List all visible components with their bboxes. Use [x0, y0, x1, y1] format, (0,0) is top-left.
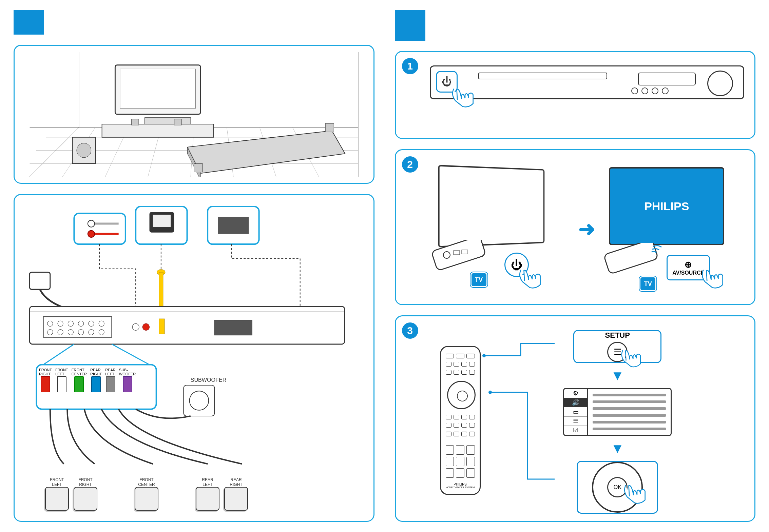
- playback-buttons: [631, 87, 669, 94]
- arrow-right-icon: ➜: [578, 217, 595, 241]
- tv-brand-label: PHILIPS: [644, 200, 689, 213]
- front-display: [638, 73, 696, 85]
- step-2-panel: 2 TV ⏻ ➜: [395, 149, 756, 305]
- svg-rect-19: [174, 119, 181, 125]
- tv-on-group: PHILIPS TV ⊕ AV/SOURCE: [602, 164, 744, 294]
- arrow-down-icon: ▼: [611, 441, 624, 456]
- disc-tray: [478, 73, 607, 79]
- svg-point-21: [77, 143, 91, 158]
- speaker-rear-left: REAR LEFT: [196, 477, 219, 511]
- left-column: SUBWOOFER FRONT RIGHT FRONT LEFT FRONT C…: [14, 10, 374, 522]
- remote-nav-wheel: [447, 381, 476, 409]
- speaker-front-left: FRONT LEFT: [45, 477, 69, 511]
- step-number-1: 1: [402, 58, 418, 74]
- svg-text:SUBWOOFER: SUBWOOFER: [191, 377, 227, 383]
- terminal-front-center: FRONT CENTER: [72, 368, 87, 392]
- step-3-panel: 3 PHILIPS HOME THEATER SYST: [395, 315, 756, 522]
- room-placement-panel: [14, 45, 374, 184]
- room-scene-illustration: [21, 52, 367, 177]
- svg-rect-41: [43, 317, 112, 338]
- connections-panel: SUBWOOFER FRONT RIGHT FRONT LEFT FRONT C…: [14, 194, 374, 522]
- left-section-marker: [14, 10, 44, 35]
- display-icon: ▭: [564, 407, 587, 416]
- svg-rect-24: [194, 164, 203, 172]
- remote-control: PHILIPS HOME THEATER SYSTEM: [440, 346, 481, 495]
- terminal-rear-left: REAR LEFT: [105, 368, 116, 392]
- setup-menu-screen: ⚙ 🔊 ▭ ☰ ☑: [563, 388, 672, 436]
- hand-press-icon: [618, 482, 652, 506]
- terminal-front-left: FRONT LEFT: [55, 368, 68, 392]
- svg-rect-25: [325, 124, 334, 132]
- svg-rect-30: [218, 217, 249, 234]
- step-1-panel: 1: [395, 51, 756, 139]
- svg-point-55: [142, 324, 149, 331]
- tv-badge-left: TV: [470, 272, 487, 287]
- hand-press-icon: [697, 267, 728, 291]
- speaker-icon: 🔊: [564, 398, 587, 407]
- right-column: 1 2 TV ⏻: [395, 10, 756, 522]
- terminal-subwoofer: SUB- WOOFER: [119, 368, 136, 392]
- hand-press-icon: [447, 86, 478, 110]
- setup-label: SETUP: [605, 331, 630, 340]
- svg-rect-28: [153, 215, 171, 227]
- svg-point-34: [88, 231, 95, 237]
- svg-rect-60: [184, 385, 214, 416]
- ok-button-callout: OK: [577, 461, 658, 514]
- svg-line-2: [30, 127, 79, 177]
- svg-rect-18: [132, 119, 139, 125]
- speaker-front-right: FRONT RIGHT: [74, 477, 97, 511]
- gear-icon: ⚙: [564, 389, 587, 398]
- connections-illustration: SUBWOOFER: [23, 203, 365, 513]
- right-section-marker: [395, 10, 425, 41]
- tv-badge-right: TV: [639, 276, 656, 291]
- speaker-rear-right: REAR RIGHT: [224, 477, 248, 511]
- speaker-front-center: FRONT CENTER: [135, 477, 158, 511]
- svg-rect-38: [159, 272, 163, 307]
- svg-rect-56: [159, 319, 165, 334]
- remote-brand-label: PHILIPS HOME THEATER SYSTEM: [441, 482, 480, 489]
- svg-rect-62: [431, 240, 486, 271]
- hand-press-icon: [617, 347, 645, 370]
- svg-rect-16: [102, 124, 214, 138]
- tv-off-group: TV ⏻: [430, 164, 572, 294]
- volume-knob: [707, 71, 733, 96]
- list-icon: ☰: [564, 417, 587, 426]
- hand-press-icon: [515, 267, 545, 291]
- speaker-terminals-row: FRONT RIGHT FRONT LEFT FRONT CENTER REAR…: [39, 368, 136, 392]
- svg-point-32: [88, 220, 95, 227]
- svg-point-54: [132, 324, 139, 331]
- step-number-2: 2: [402, 156, 418, 173]
- svg-rect-57: [214, 320, 252, 335]
- speaker-boxes-row: FRONT LEFT FRONT RIGHT FRONT CENTER REAR…: [45, 477, 248, 511]
- svg-rect-36: [30, 272, 50, 289]
- setup-button-callout: SETUP ☰: [573, 330, 661, 363]
- svg-rect-15: [120, 69, 196, 109]
- svg-rect-31: [74, 214, 125, 244]
- tv-on: PHILIPS: [609, 167, 724, 245]
- check-icon: ☑: [564, 426, 587, 435]
- terminal-front-right: FRONT RIGHT: [39, 368, 52, 392]
- tv-off: [438, 165, 544, 248]
- svg-rect-17: [145, 118, 191, 124]
- svg-rect-66: [604, 243, 658, 274]
- terminal-rear-right: REAR RIGHT: [90, 368, 102, 392]
- step-number-3: 3: [402, 322, 418, 339]
